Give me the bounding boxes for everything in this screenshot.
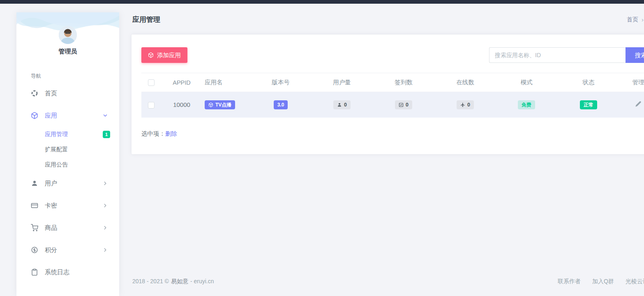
search-input[interactable] — [489, 47, 626, 63]
column-header-online: 在线数 — [434, 73, 496, 92]
app-table-card: 添加应用 搜索 APPID 应用名 — [132, 35, 644, 154]
sidebar-item-label: 用户 — [45, 180, 57, 187]
sidebar-item-points[interactable]: 积分 — [16, 239, 119, 261]
user-name: 管理员 — [16, 48, 119, 56]
selected-label: 选中项： — [141, 130, 165, 137]
page-header: 应用管理 首页 › — [132, 12, 644, 24]
footer-link-cloud[interactable]: 光棱云计 — [626, 278, 644, 285]
sidebar-item-app-notice[interactable]: 应用公告 — [16, 157, 119, 172]
credit-card-icon — [31, 202, 38, 209]
breadcrumb: 首页 › — [627, 16, 644, 23]
column-header-mode: 模式 — [496, 73, 556, 92]
sidebar-item-label: 系统日志 — [45, 268, 69, 276]
sidebar-submenu-app: 应用管理 1 扩展配置 应用公告 — [16, 127, 119, 172]
sidebar-item-label: 卡密 — [45, 202, 57, 210]
column-header-manage: 管理 — [621, 73, 644, 92]
sidebar-item-ext-config[interactable]: 扩展配置 — [16, 142, 119, 157]
toolbar: 添加应用 搜索 — [141, 47, 644, 63]
status-badge: 正常 — [580, 100, 597, 109]
sidebar-subitem-label: 应用管理 — [45, 131, 68, 138]
sidebar-item-label: 积分 — [45, 246, 57, 254]
copyright-prefix: 2018 - 2021 © — [132, 278, 169, 285]
avatar-image — [59, 26, 77, 44]
online-count: 0 — [467, 102, 470, 108]
page: 管理员 导航 首页 应用 — [0, 0, 644, 296]
avatar[interactable] — [59, 26, 77, 44]
row-checkbox[interactable] — [148, 102, 155, 109]
cell-appid: 10000 — [162, 92, 201, 118]
cube-icon — [148, 52, 154, 58]
coin-icon — [31, 246, 38, 254]
top-dark-bar — [0, 0, 644, 4]
users-count-badge: 0 — [333, 100, 351, 110]
sidebar-nav: 首页 应用 应用管理 1 — [16, 82, 119, 283]
profile-section: 管理员 — [16, 12, 119, 56]
sidebar-item-app-manage[interactable]: 应用管理 1 — [16, 127, 119, 142]
delete-link[interactable]: 删除 — [165, 130, 177, 137]
sidebar-item-goods[interactable]: 商品 — [16, 217, 119, 239]
footer: 2018 - 2021 © 易如意 - eruyi.cn 联系作者 加入Q群 光… — [132, 278, 644, 285]
add-app-button[interactable]: 添加应用 — [141, 47, 187, 63]
app-table: APPID 应用名 版本号 用户量 签到数 在线数 模式 状态 管理 1000 — [141, 73, 644, 118]
chevron-down-icon — [102, 113, 108, 118]
main-content: 应用管理 首页 › 添加应用 搜索 — [132, 12, 644, 296]
sidebar-item-users[interactable]: 用户 — [16, 172, 119, 194]
cube-icon — [208, 102, 213, 107]
column-header-appid: APPID — [162, 73, 201, 92]
checkins-count: 0 — [406, 102, 409, 108]
breadcrumb-home[interactable]: 首页 — [627, 16, 638, 23]
selected-actions: 选中项：删除 — [141, 130, 644, 138]
plane-icon — [460, 102, 465, 107]
add-app-button-label: 添加应用 — [157, 51, 181, 59]
footer-link-contact[interactable]: 联系作者 — [558, 278, 581, 285]
sidebar-item-cards[interactable]: 卡密 — [16, 194, 119, 217]
select-all-checkbox[interactable] — [148, 79, 155, 86]
footer-brand: 易如意 — [171, 278, 188, 285]
chevron-right-icon — [102, 180, 108, 186]
chevron-right-icon — [102, 225, 108, 231]
sidebar-subitem-label: 应用公告 — [45, 161, 68, 169]
search-group: 搜索 — [489, 47, 644, 63]
footer-links: 联系作者 加入Q群 光棱云计 — [558, 278, 644, 285]
sidebar-item-app[interactable]: 应用 — [16, 104, 119, 127]
nav-section-label: 导航 — [31, 73, 119, 80]
sidebar: 管理员 导航 首页 应用 — [16, 12, 119, 296]
chevron-right-icon — [102, 203, 108, 208]
sidebar-item-label: 首页 — [45, 90, 57, 97]
column-header-version: 版本号 — [251, 73, 311, 92]
sidebar-item-label: 商品 — [45, 224, 57, 232]
chevron-right-icon: › — [642, 16, 644, 23]
column-header-users: 用户量 — [311, 73, 373, 92]
count-badge: 1 — [103, 131, 110, 138]
chevron-right-icon — [102, 247, 108, 253]
person-icon — [337, 102, 342, 107]
app-name-label: TV点播 — [215, 102, 231, 107]
users-count: 0 — [344, 102, 347, 108]
footer-link-qgroup[interactable]: 加入Q群 — [592, 278, 614, 285]
checkins-count-badge: 0 — [395, 100, 412, 110]
edit-icon[interactable] — [635, 101, 642, 107]
column-header-checkins: 签到数 — [373, 73, 434, 92]
sidebar-item-home[interactable]: 首页 — [16, 82, 119, 104]
footer-copyright: 2018 - 2021 © 易如意 - eruyi.cn — [132, 278, 214, 285]
search-button[interactable]: 搜索 — [626, 47, 644, 63]
online-count-badge: 0 — [457, 100, 474, 110]
clipboard-icon — [31, 268, 38, 276]
page-title: 应用管理 — [132, 15, 160, 24]
cube-icon — [31, 112, 38, 119]
sidebar-item-syslog[interactable]: 系统日志 — [16, 261, 119, 283]
column-header-appname: 应用名 — [201, 73, 251, 92]
cart-icon — [31, 224, 38, 231]
app-name-badge: TV点播 — [205, 100, 235, 109]
calendar-check-icon — [399, 102, 404, 107]
mode-badge: 免费 — [518, 100, 535, 109]
version-badge: 3.0 — [274, 100, 288, 109]
column-header-status: 状态 — [556, 73, 621, 92]
sidebar-item-label: 应用 — [45, 112, 57, 120]
table-header-row: APPID 应用名 版本号 用户量 签到数 在线数 模式 状态 管理 — [141, 73, 644, 92]
sidebar-subitem-label: 扩展配置 — [45, 146, 68, 153]
user-icon — [31, 180, 38, 187]
copyright-suffix: - eruyi.cn — [190, 278, 214, 285]
donut-icon — [31, 90, 38, 97]
table-row: 10000 TV点播 3.0 — [141, 92, 644, 118]
